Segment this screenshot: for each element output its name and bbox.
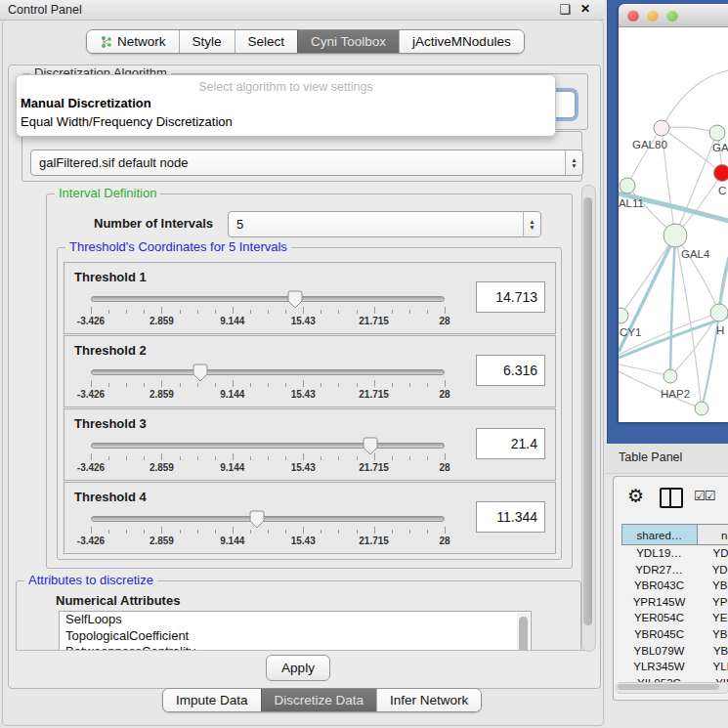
apply-button[interactable]: Apply bbox=[266, 655, 330, 681]
tab-impute-data[interactable]: Impute Data bbox=[163, 689, 261, 711]
network-edge[interactable] bbox=[675, 133, 717, 236]
cyni-mode-tab-bar: Impute Data Discretize Data Infer Networ… bbox=[162, 688, 482, 712]
combo-stepper-icon[interactable]: ▲▼ bbox=[523, 212, 540, 236]
tab-select[interactable]: Select bbox=[235, 30, 298, 53]
close-traffic-light-icon[interactable] bbox=[627, 10, 639, 21]
attribute-list-item[interactable]: SelfLoops bbox=[60, 612, 531, 628]
table-horizontal-scrollbar[interactable] bbox=[616, 682, 728, 694]
tab-discretize-data[interactable]: Discretize Data bbox=[261, 689, 377, 711]
slider-track[interactable] bbox=[91, 443, 445, 449]
numerical-attributes-list: SelfLoopsTopologicalCoefficientBetweenne… bbox=[59, 611, 532, 651]
table-row[interactable]: YLR345WYLR3 bbox=[621, 659, 728, 675]
network-canvas[interactable]: GAL80GACGAL11GAL4GCY1HHAP2 bbox=[619, 27, 728, 422]
select-columns-icon[interactable]: ☑☑ bbox=[694, 489, 714, 503]
threshold-3-panel: Threshold 3 -3.4262.8599.14415.4321.7152… bbox=[64, 408, 556, 481]
slider-track[interactable] bbox=[91, 296, 445, 302]
threshold-4-value-field[interactable] bbox=[476, 501, 545, 533]
node-table: shared… na YDL19…YDL1YDR27…YDR2YBR043CYB… bbox=[621, 524, 728, 682]
table-row[interactable]: YBL079WYBL0 bbox=[621, 643, 728, 660]
right-region: GAL80GACGAL11GAL4GCY1HHAP2 Table Panel ⚙… bbox=[606, 0, 728, 728]
thresholds-group-title: Threshold's Coordinates for 5 Intervals bbox=[65, 239, 291, 254]
combo-stepper-icon[interactable]: ▲▼ bbox=[565, 150, 582, 175]
network-edge[interactable] bbox=[662, 127, 717, 133]
attribute-list-item[interactable]: TopologicalCoefficient bbox=[60, 628, 531, 645]
table-row[interactable]: YIL052CYIL0 bbox=[621, 675, 728, 682]
cyni-toolbox-panel: Discretization Algorithm Select algorith… bbox=[8, 64, 601, 689]
table-row[interactable]: YDL19…YDL1 bbox=[621, 545, 728, 562]
network-node[interactable] bbox=[619, 308, 628, 323]
tab-style[interactable]: Style bbox=[179, 30, 235, 53]
list-scrollbar[interactable] bbox=[517, 613, 530, 651]
panel-scrollbar-thumb[interactable] bbox=[583, 197, 592, 625]
network-node[interactable] bbox=[664, 224, 687, 247]
table-row[interactable]: YPR145WYPR1 bbox=[621, 594, 728, 611]
tab-jactivemnodules[interactable]: jActiveMNodules bbox=[399, 30, 524, 53]
network-edge[interactable] bbox=[675, 236, 719, 313]
network-edge[interactable] bbox=[670, 236, 675, 376]
table-data-combo[interactable]: galFiltered.sif default node ▲▼ bbox=[30, 150, 583, 176]
threshold-1-slider[interactable]: -3.4262.8599.14415.4321.71528 bbox=[91, 290, 445, 327]
control-panel-tab-bar: Network Style Select Cyni Toolbox jActiv… bbox=[86, 29, 525, 54]
network-edge[interactable] bbox=[662, 70, 728, 128]
attributes-group: Attributes to discretize Numerical Attri… bbox=[16, 580, 581, 651]
tab-network-label: Network bbox=[117, 34, 166, 49]
float-window-icon[interactable]: ❑ bbox=[559, 2, 571, 17]
network-node[interactable] bbox=[709, 125, 725, 141]
network-node[interactable] bbox=[664, 369, 677, 383]
control-panel-window: Control Panel ❑ ✕ Network Style Select C… bbox=[0, 0, 606, 728]
slider-track[interactable] bbox=[91, 516, 445, 522]
network-edge[interactable] bbox=[627, 128, 662, 186]
column-header-shared-name[interactable]: shared… bbox=[621, 524, 698, 545]
panel-scrollbar[interactable] bbox=[581, 185, 596, 652]
network-node[interactable] bbox=[714, 165, 728, 182]
settings-gear-icon[interactable]: ⚙ bbox=[627, 485, 644, 507]
table-row[interactable]: YBR043CYBR0 bbox=[621, 578, 728, 594]
network-node[interactable] bbox=[620, 178, 635, 193]
network-node[interactable] bbox=[654, 120, 669, 136]
network-node[interactable] bbox=[710, 304, 728, 321]
close-window-icon[interactable]: ✕ bbox=[580, 2, 590, 16]
threshold-2-value-field[interactable] bbox=[476, 355, 545, 386]
threshold-1-label: Threshold 1 bbox=[74, 270, 147, 284]
slider-tick-labels: -3.4262.8599.14415.4321.71528 bbox=[91, 535, 445, 547]
control-panel-title: Control Panel bbox=[8, 3, 82, 17]
tab-infer-network[interactable]: Infer Network bbox=[376, 689, 481, 711]
network-node-label: GAL80 bbox=[632, 139, 667, 150]
network-node[interactable] bbox=[695, 402, 708, 415]
table-row[interactable]: YDR27…YDR2 bbox=[621, 562, 728, 578]
network-node-label: GA bbox=[712, 142, 728, 153]
slider-ticks bbox=[91, 527, 445, 535]
column-view-icon[interactable] bbox=[660, 488, 683, 508]
minimize-traffic-light-icon[interactable] bbox=[647, 10, 659, 21]
threshold-1-value-field[interactable] bbox=[476, 281, 545, 313]
interval-definition-title: Interval Definition bbox=[55, 186, 160, 200]
number-of-intervals-combo[interactable]: 5 ▲▼ bbox=[228, 211, 541, 237]
slider-track[interactable] bbox=[91, 369, 445, 375]
table-row[interactable]: YBR045CYBR0 bbox=[621, 626, 728, 643]
column-header-name[interactable]: na bbox=[698, 524, 728, 545]
zoom-traffic-light-icon[interactable] bbox=[666, 10, 678, 21]
list-scrollbar-thumb[interactable] bbox=[519, 617, 528, 651]
dropdown-option-manual-discretization[interactable]: Manual Discretization bbox=[17, 94, 555, 112]
network-edge[interactable] bbox=[619, 364, 670, 376]
threshold-4-slider[interactable]: -3.4262.8599.14415.4321.71528 bbox=[91, 510, 445, 547]
settings-scroll-area: Interval Definition Number of Intervals … bbox=[16, 185, 584, 651]
threshold-3-value-field[interactable] bbox=[476, 428, 545, 459]
threshold-2-panel: Threshold 2 -3.4262.8599.14415.4321.7152… bbox=[64, 335, 556, 407]
slider-ticks bbox=[91, 307, 445, 315]
table-row[interactable]: YER054CYER0 bbox=[621, 610, 728, 626]
dropdown-option-equal-width-frequency[interactable]: Equal Width/Frequency Discretization bbox=[17, 112, 555, 131]
slider-ticks bbox=[91, 380, 445, 388]
threshold-3-slider[interactable]: -3.4262.8599.14415.4321.71528 bbox=[91, 437, 445, 474]
threshold-2-label: Threshold 2 bbox=[74, 343, 147, 358]
tab-cyni-toolbox[interactable]: Cyni Toolbox bbox=[297, 30, 399, 53]
threshold-2-slider[interactable]: -3.4262.8599.14415.4321.71528 bbox=[91, 364, 445, 401]
network-window-titlebar bbox=[619, 4, 728, 27]
thresholds-group: Threshold's Coordinates for 5 Intervals … bbox=[57, 247, 562, 560]
tab-network[interactable]: Network bbox=[87, 30, 179, 53]
table-header-row: shared… na bbox=[621, 524, 728, 545]
cytoscape-desktop: GAL80GACGAL11GAL4GCY1HHAP2 bbox=[607, 0, 728, 444]
table-horizontal-scrollbar-thumb[interactable] bbox=[618, 684, 719, 690]
network-edge[interactable] bbox=[675, 236, 702, 408]
network-edge[interactable] bbox=[621, 236, 675, 316]
